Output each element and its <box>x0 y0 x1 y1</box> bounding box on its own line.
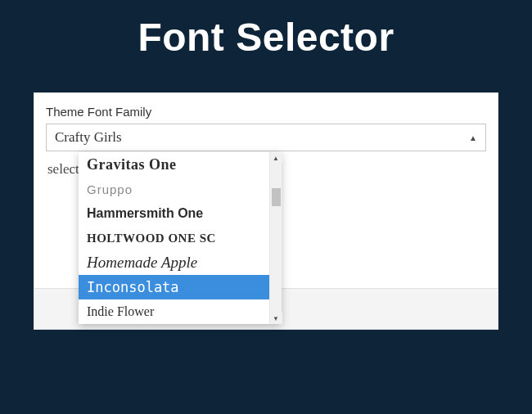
scroll-up-icon[interactable]: ▲ <box>270 152 282 164</box>
field-label: Theme Font Family <box>34 93 498 124</box>
select-value: Crafty Girls <box>55 129 122 146</box>
font-option[interactable]: Indie Flower <box>79 299 269 324</box>
scrollbar-track[interactable] <box>270 164 282 313</box>
font-option[interactable]: Holtwood One SC <box>79 226 269 250</box>
scrollbar-thumb[interactable] <box>272 188 281 206</box>
font-selector-panel: Theme Font Family Crafty Girls ▲ selecte… <box>34 92 498 330</box>
chevron-up-icon: ▲ <box>469 133 477 142</box>
scroll-down-icon[interactable]: ▼ <box>270 313 282 324</box>
dropdown-scrollbar[interactable]: ▲ ▼ <box>269 152 282 324</box>
font-option[interactable]: Gravitas One <box>79 152 269 177</box>
font-dropdown: Gravitas One Gruppo Hammersmith One Holt… <box>79 152 282 324</box>
font-option[interactable]: Homemade Apple <box>79 250 269 275</box>
font-option[interactable]: Hammersmith One <box>79 201 269 226</box>
font-option[interactable]: Gruppo <box>79 177 269 201</box>
dropdown-options: Gravitas One Gruppo Hammersmith One Holt… <box>79 152 269 324</box>
page-title: Font Selector <box>0 0 532 60</box>
font-option-highlighted[interactable]: Inconsolata <box>79 275 269 299</box>
font-family-select[interactable]: Crafty Girls ▲ <box>46 124 486 151</box>
